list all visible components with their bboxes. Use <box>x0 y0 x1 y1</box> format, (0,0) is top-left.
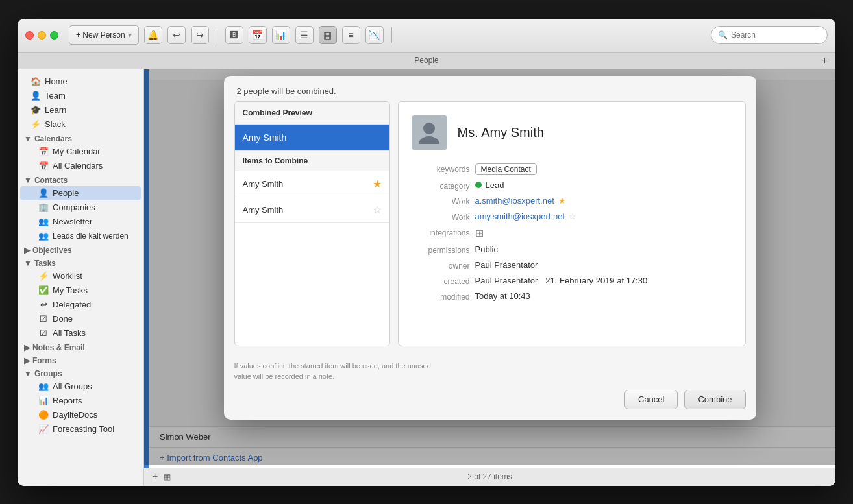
chevron-down-tasks-icon: ▼ <box>24 259 32 268</box>
section-forms[interactable]: ▶ Forms <box>18 354 143 366</box>
maximize-button[interactable] <box>50 31 58 40</box>
email1-link[interactable]: a.smith@iosxpert.net <box>475 196 554 206</box>
chevron-down-contacts-icon: ▼ <box>24 176 32 185</box>
sidebar-item-daylitedocs[interactable]: 🟠 DayliteDocs <box>20 408 141 422</box>
badge-view-button[interactable]: 🅱 <box>225 26 243 44</box>
new-person-button[interactable]: + New Person ▾ <box>69 25 139 45</box>
section-tasks[interactable]: ▼ Tasks <box>18 256 143 269</box>
list-view-button[interactable]: ≡ <box>342 26 360 44</box>
forecasting-icon: 📈 <box>38 424 49 435</box>
chevron-right-notes-icon: ▶ <box>24 343 30 352</box>
keyword-badge[interactable]: Media Contact <box>475 163 537 175</box>
email2-label: Work <box>412 211 470 222</box>
avatar <box>412 115 447 150</box>
sidebar-label-daylitedocs: DayliteDocs <box>53 410 97 420</box>
sidebar-item-forecasting[interactable]: 📈 Forecasting Tool <box>20 422 141 437</box>
sidebar-label-people: People <box>53 188 79 198</box>
sidebar-item-reports[interactable]: 📊 Reports <box>20 394 141 408</box>
category-text: Lead <box>486 180 504 190</box>
leads-icon: 👥 <box>38 231 49 241</box>
footer-note: If values conflict, the starred item wil… <box>234 361 746 382</box>
sidebar-label-delegated: Delegated <box>53 300 91 309</box>
sidebar-item-people[interactable]: 👤 People <box>20 186 141 200</box>
combine-item-2[interactable]: Amy Smith ☆ <box>235 197 389 223</box>
sidebar-label-done: Done <box>53 314 73 324</box>
modal-right-panel: Ms. Amy Smith keywords Media Contact <box>398 101 746 346</box>
table-view-button[interactable]: ☰ <box>295 26 314 44</box>
sidebar-item-my-tasks[interactable]: ✅ My Tasks <box>20 283 141 298</box>
modal-overlay: 2 people will be combined. Combined Prev… <box>144 69 835 465</box>
email2-link[interactable]: amy.smith@iosxpert.net <box>475 211 565 221</box>
email1-label: Work <box>412 196 470 206</box>
section-notes-email[interactable]: ▶ Notes & Email <box>18 341 143 354</box>
section-calendars[interactable]: ▼ Calendars <box>18 132 143 145</box>
svg-point-1 <box>419 136 439 144</box>
permissions-row: permissions Public <box>412 245 732 255</box>
sidebar-item-all-tasks[interactable]: ☑ All Tasks <box>20 326 141 341</box>
sidebar-item-my-calendar[interactable]: 📅 My Calendar <box>20 145 141 159</box>
minimize-button[interactable] <box>38 31 46 40</box>
grid-view-button[interactable]: ▦ <box>319 26 337 44</box>
email2-row: Work amy.smith@iosxpert.net ☆ <box>412 211 732 222</box>
combine-modal: 2 people will be combined. Combined Prev… <box>224 76 756 420</box>
chevron-down-groups-icon: ▼ <box>24 369 32 378</box>
combine-button[interactable]: Combine <box>684 390 745 409</box>
sidebar-item-done[interactable]: ☑ Done <box>20 312 141 326</box>
modified-row: modified Today at 10:43 <box>412 291 732 302</box>
email2-value: amy.smith@iosxpert.net ☆ <box>475 211 577 221</box>
sidebar-item-companies[interactable]: 🏢 Companies <box>20 200 141 215</box>
section-groups-label: Groups <box>34 369 62 378</box>
close-button[interactable] <box>25 31 34 40</box>
permissions-value: Public <box>475 245 498 254</box>
sidebar-item-all-groups[interactable]: 👥 All Groups <box>20 379 141 394</box>
items-count: 2 of 27 items <box>467 472 512 481</box>
chart-view-button[interactable]: 📊 <box>272 26 290 44</box>
search-input[interactable] <box>731 30 821 40</box>
sidebar-item-leads[interactable]: 👥 Leads die kalt werden <box>20 229 141 243</box>
sidebar-label-leads: Leads die kalt werden <box>53 232 129 241</box>
section-contacts[interactable]: ▼ Contacts <box>18 173 143 186</box>
section-objectives-label: Objectives <box>32 246 72 255</box>
section-objectives[interactable]: ▶ Objectives <box>18 243 143 256</box>
modal-header-text: 2 people will be combined. <box>237 86 336 96</box>
separator <box>217 27 217 43</box>
category-dot <box>475 182 482 188</box>
sidebar-item-learn[interactable]: 🎓 Learn <box>20 103 141 117</box>
email1-row: Work a.smith@iosxpert.net ★ <box>412 196 732 206</box>
sidebar-item-all-calendars[interactable]: 📅 All Calendars <box>20 159 141 173</box>
integrations-value: ⊞ <box>475 227 484 239</box>
integrations-icon: ⊞ <box>475 227 484 239</box>
star-filled-icon[interactable]: ★ <box>373 178 382 190</box>
sidebar-item-worklist[interactable]: ⚡ Worklist <box>20 269 141 283</box>
notification-button[interactable]: 🔔 <box>144 26 162 44</box>
combined-preview-item[interactable]: Amy Smith <box>235 125 389 150</box>
combine-item-1[interactable]: Amy Smith ★ <box>235 171 389 197</box>
star-empty-icon[interactable]: ☆ <box>373 204 382 216</box>
combine-item-2-label: Amy Smith <box>243 205 284 215</box>
sidebar-item-delegated[interactable]: ↩ Delegated <box>20 298 141 312</box>
modal-left-panel: Combined Preview Amy Smith Items to Comb… <box>234 101 390 346</box>
undo-button[interactable]: ↩ <box>167 26 186 44</box>
companies-icon: 🏢 <box>38 202 49 213</box>
grid-icon[interactable]: ▦ <box>164 472 171 481</box>
keywords-value: Media Contact <box>475 163 537 175</box>
combined-preview-header: Combined Preview <box>235 102 389 125</box>
new-tab-button[interactable]: + <box>822 54 828 66</box>
sidebar-label-learn: Learn <box>45 105 66 115</box>
sidebar-item-team[interactable]: 👤 Team <box>20 89 141 103</box>
calendar-view-button[interactable]: 📅 <box>249 26 267 44</box>
sidebar-item-slack[interactable]: ⚡ Slack <box>20 117 141 132</box>
worklist-icon: ⚡ <box>38 271 49 282</box>
sidebar-item-home[interactable]: 🏠 Home <box>20 75 141 89</box>
chevron-down-icon: ▼ <box>24 134 32 143</box>
email1-value: a.smith@iosxpert.net ★ <box>475 196 566 206</box>
sidebar-item-newsletter[interactable]: 👥 Newsletter <box>20 215 141 229</box>
section-groups[interactable]: ▼ Groups <box>18 366 143 379</box>
chart2-view-button[interactable]: 📉 <box>365 26 384 44</box>
redo-button[interactable]: ↪ <box>191 26 209 44</box>
cancel-button[interactable]: Cancel <box>624 390 678 409</box>
add-icon[interactable]: + <box>152 471 158 483</box>
owner-value: Paul Präsentator <box>475 260 538 270</box>
sidebar-label-slack: Slack <box>45 119 66 129</box>
section-forms-label: Forms <box>32 356 56 365</box>
